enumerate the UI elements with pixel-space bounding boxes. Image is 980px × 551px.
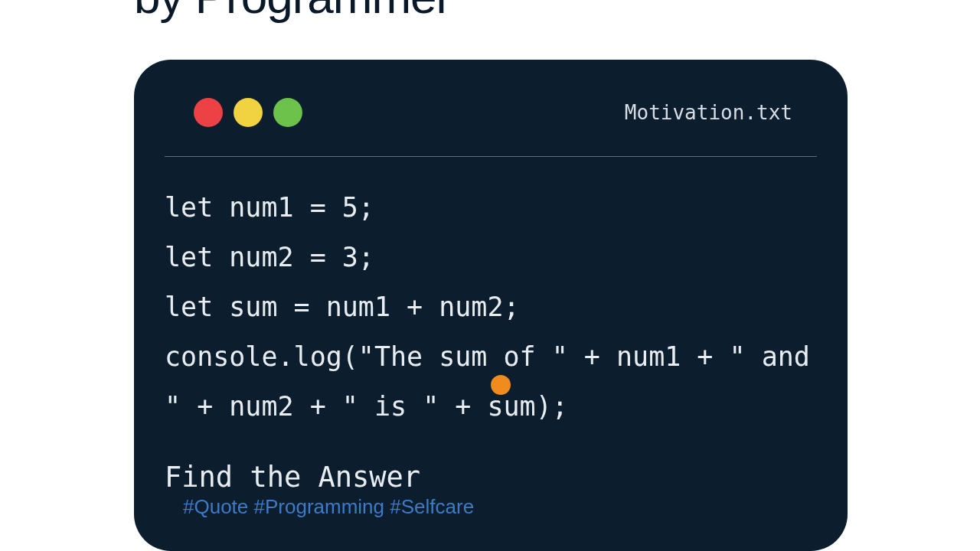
- code-window: Motivation.txt let num1 = 5; let num2 = …: [134, 60, 848, 551]
- cursor-indicator-icon: [491, 375, 511, 395]
- maximize-icon[interactable]: [273, 98, 302, 127]
- page-heading: by Programmer: [134, 0, 451, 24]
- minimize-icon[interactable]: [234, 98, 263, 127]
- filename-label: Motivation.txt: [625, 101, 792, 124]
- prompt-text: Find the Answer: [134, 432, 848, 494]
- code-line-3: let sum = num1 + num2;: [165, 292, 520, 322]
- code-line-2: let num2 = 3;: [165, 242, 374, 272]
- code-content: let num1 = 5; let num2 = 3; let sum = nu…: [134, 157, 848, 432]
- traffic-lights: [194, 98, 302, 127]
- hashtags: #Quote #Programming #Selfcare: [134, 494, 848, 519]
- code-line-1: let num1 = 5;: [165, 192, 374, 223]
- close-icon[interactable]: [194, 98, 223, 127]
- titlebar: Motivation.txt: [134, 60, 848, 150]
